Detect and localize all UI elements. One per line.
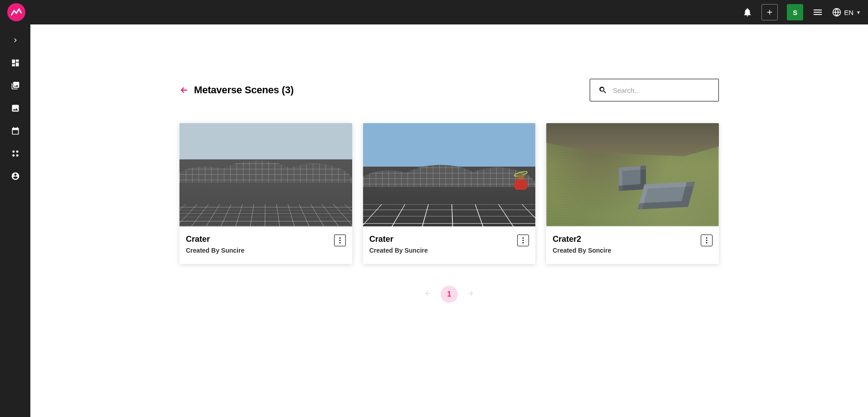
scene-title: Crater [369,235,428,244]
logo[interactable] [7,3,25,21]
svg-point-4 [16,154,18,157]
scene-thumbnail [546,123,719,226]
account-icon [11,172,20,181]
arrow-left-icon [424,290,432,297]
scene-creator: Created By Soncire [553,247,611,254]
svg-point-13 [706,242,708,244]
sidebar-item-image[interactable] [0,97,30,120]
image-icon [11,104,20,113]
svg-point-11 [706,237,708,239]
scene-card[interactable]: Crater Created By Suncire [363,123,536,264]
pagination: 1 [179,286,719,303]
arrow-left-icon [179,86,189,95]
title-count: (3) [282,84,294,96]
sidebar-item-events[interactable] [0,120,30,142]
user-avatar[interactable]: S [787,4,803,20]
card-body: Crater Created By Suncire [179,226,352,264]
language-selector[interactable]: EN ▼ [832,8,861,17]
title-group: Metaverse Scenes (3) [179,84,294,96]
chevron-right-icon [12,37,19,43]
plus-icon [766,8,774,16]
scenes-grid: Crater Created By Suncire [179,123,719,264]
topbar: S EN ▼ [0,0,868,24]
more-vertical-icon [339,237,341,244]
scene-more-button[interactable] [701,235,713,246]
svg-point-3 [12,154,15,157]
card-body: Crater Created By Suncire [363,226,536,264]
card-text: Crater Created By Suncire [369,235,428,254]
caret-down-icon: ▼ [856,10,861,15]
hamburger-icon [812,7,823,18]
svg-point-8 [523,237,524,239]
svg-point-9 [523,240,524,241]
page-next [467,290,474,299]
page-prev [424,290,432,299]
topbar-right: S EN ▼ [742,4,861,20]
search-box[interactable] [590,79,719,101]
scene-creator: Created By Suncire [369,247,428,254]
sidebar-item-collections[interactable] [0,74,30,97]
card-text: Crater2 Created By Soncire [553,235,611,254]
sidebar-item-profile[interactable] [0,165,30,187]
svg-point-12 [706,240,708,241]
scene-more-button[interactable] [517,235,529,246]
scene-title: Crater [186,235,244,244]
scene-thumbnail [363,123,536,226]
language-label: EN [844,9,853,16]
svg-point-10 [523,242,524,244]
arrow-right-icon [467,290,474,297]
scene-title: Crater2 [553,235,611,244]
topbar-left [7,3,25,21]
header-row: Metaverse Scenes (3) [179,79,719,101]
calendar-icon [11,126,20,135]
more-vertical-icon [706,237,708,244]
svg-point-6 [339,240,340,241]
card-text: Crater Created By Suncire [186,235,244,254]
sidebar-item-apps[interactable] [0,142,30,165]
page-number-label: 1 [447,290,451,298]
content: Metaverse Scenes (3) [175,79,723,303]
scene-card[interactable]: Crater2 Created By Soncire [546,123,719,264]
scene-creator: Created By Suncire [186,247,244,254]
sidebar [0,24,30,417]
logo-icon [10,6,23,19]
apps-icon [11,149,20,158]
create-button[interactable] [761,4,778,20]
scene-card[interactable]: Crater Created By Suncire [179,123,352,264]
page-title: Metaverse Scenes (3) [194,84,294,96]
dashboard-icon [11,58,20,67]
svg-point-5 [339,237,340,239]
scene-thumbnail [179,123,352,226]
svg-point-7 [339,242,340,244]
more-vertical-icon [522,237,524,244]
main: Metaverse Scenes (3) [30,24,868,417]
sidebar-item-dashboard[interactable] [0,52,30,74]
title-text: Metaverse Scenes [194,84,279,96]
sidebar-expand[interactable] [0,29,30,52]
card-body: Crater2 Created By Soncire [546,226,719,264]
bell-icon [742,7,752,17]
notifications-button[interactable] [742,7,752,17]
back-button[interactable] [179,86,189,95]
avatar-letter: S [793,9,797,16]
svg-point-2 [16,150,18,153]
search-icon [598,86,607,95]
collections-icon [11,81,20,90]
scene-character [511,173,531,195]
page-number-current[interactable]: 1 [441,286,458,303]
menu-button[interactable] [812,7,823,18]
search-input[interactable] [613,86,712,94]
scene-more-button[interactable] [334,235,346,246]
svg-point-1 [12,150,15,153]
globe-icon [832,8,841,17]
